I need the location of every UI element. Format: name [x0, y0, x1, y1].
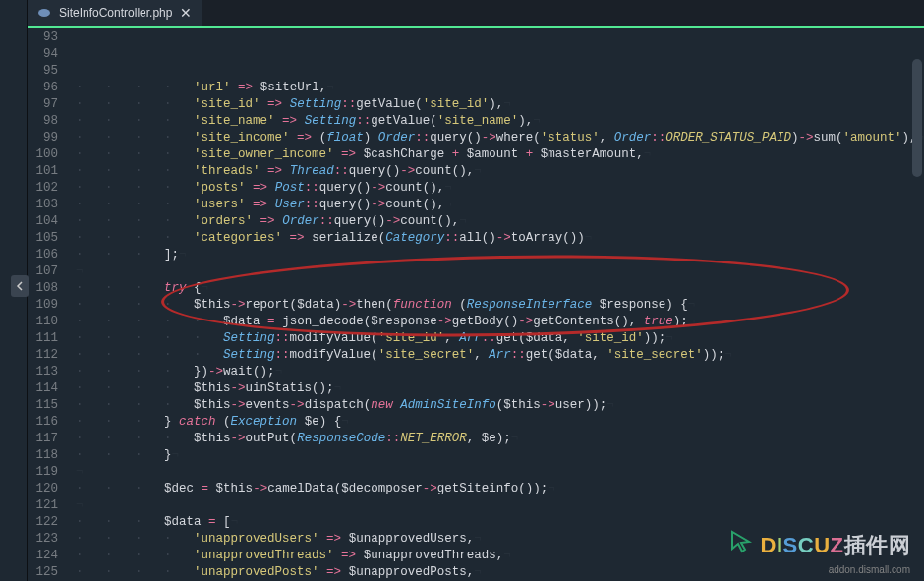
line-number: 109	[28, 297, 58, 314]
code-line: · · · try {¬	[76, 280, 924, 297]
line-number: 112	[28, 347, 58, 364]
line-number: 124	[28, 548, 58, 564]
line-number: 102	[28, 180, 58, 197]
line-number: 105	[28, 230, 58, 247]
code-line: ¬	[76, 464, 924, 481]
code-line: · · · · 'site_name' => Setting::getValue…	[76, 113, 924, 130]
watermark: DISCUZ插件网 addon.dismall.com	[729, 529, 910, 561]
line-number: 120	[28, 481, 58, 497]
code-line: · · · } catch (Exception $e) {¬	[76, 414, 924, 431]
cursor-icon	[729, 529, 755, 561]
code-line: · · · · $this->uinStatis();¬	[76, 380, 924, 397]
line-number: 119	[28, 464, 58, 481]
line-number: 111	[28, 330, 58, 347]
code-line: · · · · 'unapprovedPosts' => $unapproved…	[76, 564, 924, 581]
code-line: · · · }¬	[76, 447, 924, 464]
code-editor[interactable]: 9394959697989910010110210310410510610710…	[28, 29, 924, 581]
code-line: · · · · · Setting::modifyValue('site_sec…	[76, 347, 924, 364]
line-number: 122	[28, 514, 58, 531]
code-line: · · · · 'threads' => Thread::query()->co…	[76, 163, 924, 180]
line-number: 100	[28, 146, 58, 163]
line-number: 114	[28, 380, 58, 397]
line-number: 108	[28, 280, 58, 297]
tab-filename: SiteInfoController.php	[59, 6, 172, 20]
code-line: · · · · $this->events->dispatch(new Admi…	[76, 397, 924, 414]
line-number: 123	[28, 531, 58, 548]
line-number: 94	[28, 46, 58, 63]
line-number: 125	[28, 564, 58, 581]
code-line: ¬	[76, 263, 924, 280]
code-line: · · · · · $data = json_decode($response-…	[76, 314, 924, 330]
code-line: · · · ];¬	[76, 247, 924, 263]
line-number: 121	[28, 497, 58, 514]
line-number: 93	[28, 29, 58, 46]
line-number: 97	[28, 96, 58, 113]
line-number-gutter: 9394959697989910010110210310410510610710…	[28, 29, 68, 581]
code-line: ¬	[76, 497, 924, 514]
watermark-text: DISCUZ插件网	[761, 531, 910, 560]
line-number: 107	[28, 263, 58, 280]
line-number: 98	[28, 113, 58, 130]
line-number: 115	[28, 397, 58, 414]
code-line: · · · · $this->outPut(ResponseCode::NET_…	[76, 431, 924, 447]
line-number: 96	[28, 80, 58, 96]
line-number: 99	[28, 130, 58, 146]
line-number: 103	[28, 197, 58, 213]
code-line: · · · · 'categories' => serialize(Catego…	[76, 230, 924, 247]
watermark-sub: addon.dismall.com	[829, 564, 910, 575]
code-line: · · · · 'posts' => Post::query()->count(…	[76, 180, 924, 197]
tab-active[interactable]: SiteInfoController.php ✕	[28, 0, 202, 26]
chevron-left-icon	[15, 281, 25, 291]
line-number: 110	[28, 314, 58, 330]
close-icon[interactable]: ✕	[180, 5, 192, 21]
php-file-icon	[37, 6, 51, 20]
code-line: · · · · 'users' => User::query()->count(…	[76, 197, 924, 213]
panel-fold-handle[interactable]	[11, 275, 29, 297]
code-line: · · · · · Setting::modifyValue('site_id'…	[76, 330, 924, 347]
line-number: 118	[28, 447, 58, 464]
code-line: · · · · 'site_id' => Setting::getValue('…	[76, 96, 924, 113]
line-number: 95	[28, 63, 58, 80]
code-line: · · · · 'orders' => Order::query()->coun…	[76, 213, 924, 230]
line-number: 104	[28, 213, 58, 230]
line-number: 113	[28, 364, 58, 380]
code-line: · · · · 'site_owner_income' => $cashChar…	[76, 146, 924, 163]
code-line: · · · · $this->report($data)->then(funct…	[76, 297, 924, 314]
code-line: · · · · 'site_income' => (float) Order::…	[76, 130, 924, 146]
line-number: 101	[28, 163, 58, 180]
code-line: · · · · 'url' => $siteUrl,¬	[76, 80, 924, 96]
code-line: · · · · })->wait();¬	[76, 364, 924, 380]
code-area[interactable]: · · · · 'url' => $siteUrl,¬· · · · 'site…	[68, 29, 924, 581]
line-number: 106	[28, 247, 58, 263]
svg-point-0	[38, 9, 50, 17]
line-number: 117	[28, 431, 58, 447]
tab-bar: SiteInfoController.php ✕	[28, 0, 924, 28]
line-number: 116	[28, 414, 58, 431]
vertical-scrollbar[interactable]	[912, 59, 922, 177]
code-line: · · · $dec = $this->camelData($decompose…	[76, 481, 924, 497]
